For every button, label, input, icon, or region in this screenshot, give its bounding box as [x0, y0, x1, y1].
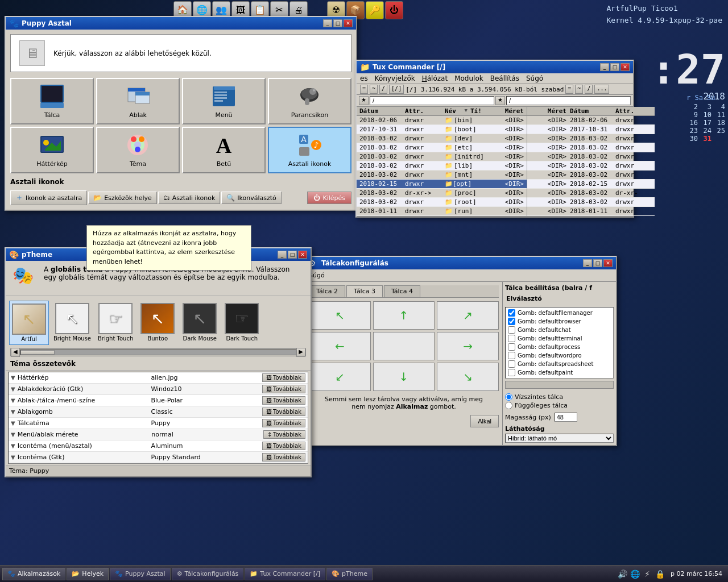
- right-row-run[interactable]: <DIR> 2018-01-11 drwxr: [527, 207, 655, 216]
- talca-minimize-btn[interactable]: _: [583, 259, 592, 267]
- ptheme-maximize-btn[interactable]: □: [288, 251, 297, 259]
- file-row-root[interactable]: 2018-03-02 drwxr 📁[root] <DIR>: [357, 198, 527, 207]
- minimize-button[interactable]: _: [323, 19, 332, 27]
- tux-eq-btn[interactable]: =: [360, 85, 368, 94]
- meret-tovabb-btn[interactable]: ↕ Továbbiak: [263, 430, 305, 439]
- right-row-root[interactable]: <DIR> 2018-03-02 drwxr: [527, 198, 655, 207]
- tux-menu-beallitas[interactable]: Beállítás: [490, 74, 519, 82]
- tux-menu-halozat[interactable]: Hálózat: [422, 74, 448, 82]
- maximize-button[interactable]: □: [333, 19, 342, 27]
- tux-menu-sugo[interactable]: Súgó: [526, 74, 543, 82]
- ikonok-asztalra-btn[interactable]: ＋ Ikonok az asztalra: [10, 190, 87, 205]
- tux-star2-btn[interactable]: ★: [495, 96, 505, 105]
- talca-titlebar[interactable]: ⚙ Tálcakonfigurálás _ □ ✕: [305, 257, 616, 269]
- ablakgomb-tovabb-btn[interactable]: 🖼 Továbbiak: [262, 408, 305, 416]
- theme-bright-touch[interactable]: ☞ Bright Touch: [96, 301, 135, 345]
- scroll-track[interactable]: [20, 350, 297, 355]
- right-row-lib[interactable]: <DIR> 2018-03-02 drwxr: [527, 161, 655, 171]
- tux-slash2-btn[interactable]: /: [585, 85, 593, 94]
- tux-tilde-btn[interactable]: ~: [370, 85, 378, 94]
- asztali-ikonok-btn[interactable]: 🗂 Asztali ikonok: [158, 192, 221, 204]
- gomb-filemanager-check[interactable]: [508, 309, 515, 317]
- file-row-etc[interactable]: 2018-03-02 drwxr 📁[etc] <DIR>: [357, 143, 527, 152]
- szine-tovabb-btn[interactable]: 🖼 Továbbiak: [262, 396, 305, 405]
- taskbar-puppy-asztal[interactable]: 🐾 Puppy Asztal: [110, 568, 171, 580]
- right-row-proc[interactable]: <DIR> 2018-03-02 dr-xr-: [527, 189, 655, 198]
- theme-dark-mouse[interactable]: ↖ Dark Mouse: [180, 301, 220, 345]
- tray-network-icon[interactable]: 🌐: [630, 569, 640, 579]
- taskbar-talca-config[interactable]: ⚙ Tálcakonfigurálás: [172, 568, 244, 580]
- tux-dots-btn[interactable]: ...: [594, 85, 609, 94]
- apply-button[interactable]: Alkal: [470, 415, 499, 427]
- scroll-thumb[interactable]: [20, 350, 55, 355]
- ablak-cell[interactable]: Ablak: [96, 78, 180, 124]
- tux-menu-es[interactable]: es: [360, 74, 368, 82]
- ikonvalaszto-btn[interactable]: 🔍 Ikonválasztó: [221, 192, 282, 204]
- right-row-opt[interactable]: <DIR> 2018-02-15 drwxr: [527, 180, 655, 189]
- taskbar-tux[interactable]: 📁 Tux Commander [/]: [245, 568, 325, 580]
- tux-close-btn[interactable]: ✕: [621, 63, 630, 71]
- file-row-proc[interactable]: 2018-03-02 dr-xr-> 📁[proc] <DIR>: [357, 189, 527, 198]
- file-row-bin[interactable]: 2018-02-06 drwxr 📁[bin] <DIR>: [357, 116, 527, 125]
- tray-power-icon[interactable]: ⚡: [642, 569, 652, 579]
- apps-btn[interactable]: 🐾 Alkalmazások: [2, 568, 65, 580]
- right-row-mnt[interactable]: <DIR> 2018-03-02 drwxr: [527, 171, 655, 180]
- right-row-bin[interactable]: <DIR> 2018-02-06 drwxr: [527, 116, 655, 125]
- ptheme-close-btn[interactable]: ✕: [298, 251, 307, 259]
- gomb-paint-check[interactable]: [508, 369, 515, 376]
- icontema-tovabb-btn[interactable]: 🖼 Továbbiak: [262, 442, 305, 450]
- tux-minimize-btn[interactable]: _: [600, 63, 609, 71]
- right-row-initrd[interactable]: <DIR> 2018-03-02 drwxr: [527, 152, 655, 161]
- help-btn[interactable]: 📂 Helyek: [67, 568, 109, 580]
- visibility-select[interactable]: Hibrid: látható mó: [505, 434, 614, 443]
- talca-close-btn[interactable]: ✕: [603, 259, 613, 267]
- tux-titlebar[interactable]: 📁 Tux Commander [/] _ □ ✕: [357, 61, 633, 73]
- gomb-chat-check[interactable]: [508, 326, 515, 334]
- file-row-dev[interactable]: 2018-03-02 drwxr 📁[dev] <DIR>: [357, 134, 527, 143]
- icontema-gtk-tovabb-btn[interactable]: 🖼 Továbbiak: [262, 453, 305, 462]
- right-row-dev[interactable]: <DIR> 2018-03-02 drwxr: [527, 134, 655, 143]
- theme-dark-touch[interactable]: ☞ Dark Touch: [222, 301, 262, 345]
- tab-talca4[interactable]: Tálca 4: [384, 285, 420, 297]
- file-row-initrd[interactable]: 2018-03-02 drwxr 📁[initrd] <DIR>: [357, 152, 527, 161]
- file-row-opt[interactable]: 2018-02-15 drwxr 📁[opt] <DIR>: [357, 180, 527, 189]
- vertical-radio[interactable]: [505, 402, 512, 409]
- talca-maximize-btn[interactable]: □: [593, 259, 602, 267]
- key-icon[interactable]: 🔑: [366, 1, 384, 19]
- close-button[interactable]: ✕: [344, 19, 353, 27]
- asztali-ikonok-cell[interactable]: A ♪ Asztali ikonok: [268, 127, 351, 173]
- tux-menu-modulok[interactable]: Modulok: [454, 74, 483, 82]
- ptheme-minimize-btn[interactable]: _: [278, 251, 287, 259]
- tux-tilde2-btn[interactable]: ~: [575, 85, 583, 94]
- right-row-etc[interactable]: <DIR> 2018-03-02 drwxr: [527, 143, 655, 152]
- tab-talca2[interactable]: Tálca 2: [309, 285, 345, 297]
- tema-table-scroll[interactable]: ▼ Háttérkép alien.jpg 🖼 Továbbiak ▼ Abla…: [8, 372, 308, 464]
- tux-bracket-btn[interactable]: [/]: [389, 85, 404, 94]
- gomb-list[interactable]: Gomb: defaultfilemanager Gomb: defaultbr…: [505, 307, 614, 379]
- eszkozok-helye-btn[interactable]: 📂 Eszközök helye: [88, 192, 157, 204]
- scroll-right-btn[interactable]: ▶: [296, 348, 305, 357]
- tray-volume-icon[interactable]: 🔊: [617, 569, 627, 579]
- theme-artful[interactable]: ↖ Artful: [9, 301, 49, 345]
- theme-scrollbar[interactable]: ◀ ▶: [10, 348, 306, 356]
- gomb-terminal-check[interactable]: [508, 335, 515, 342]
- hatterkep-cell[interactable]: Háttérkép: [10, 127, 94, 173]
- file-row-boot[interactable]: 2017-10-31 drwxr 📁[boot] <DIR>: [357, 125, 527, 134]
- theme-buntoo[interactable]: ↖ Buntoo: [138, 301, 177, 345]
- tab-talca3[interactable]: Tálca 3: [346, 285, 383, 297]
- height-input[interactable]: [555, 413, 577, 422]
- ablak-deco-tovabb-btn[interactable]: 🖼 Továbbiak: [262, 385, 305, 393]
- hatterkep-tovabb-btn[interactable]: 🖼 Továbbiak: [262, 373, 305, 382]
- gomb-wordpro-check[interactable]: [508, 352, 515, 359]
- taskbar-ptheme[interactable]: 🎨 pTheme: [326, 568, 373, 580]
- tux-path-input2[interactable]: [506, 96, 631, 105]
- tux-eq2-btn[interactable]: =: [565, 85, 573, 94]
- gomb-spreadsheet-check[interactable]: [508, 360, 515, 368]
- theme-bright-mouse[interactable]: ↖ Bright Mouse: [51, 301, 93, 345]
- menu-cell[interactable]: Menü: [182, 78, 266, 124]
- right-row-boot[interactable]: <DIR> 2017-10-31 drwxr: [527, 125, 655, 134]
- gomb-browser-check[interactable]: [508, 318, 515, 325]
- tux-menu-konyvjelzok[interactable]: Könyvjelzők: [375, 74, 415, 82]
- tux-slash-btn[interactable]: /: [379, 85, 387, 94]
- betu-cell[interactable]: A Betű: [182, 127, 266, 173]
